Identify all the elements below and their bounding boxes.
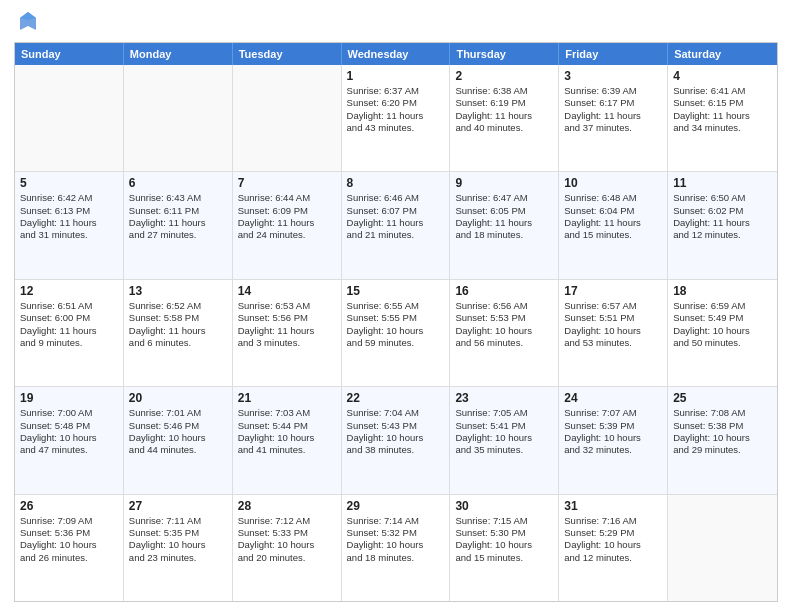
- day-number: 12: [20, 284, 118, 298]
- calendar-row-2: 12Sunrise: 6:51 AMSunset: 6:00 PMDayligh…: [15, 279, 777, 386]
- cell-info-line: Sunrise: 6:55 AM: [347, 300, 445, 312]
- day-cell-empty-4-6: [668, 495, 777, 601]
- day-cell-1: 1Sunrise: 6:37 AMSunset: 6:20 PMDaylight…: [342, 65, 451, 171]
- calendar-header: SundayMondayTuesdayWednesdayThursdayFrid…: [15, 43, 777, 65]
- cell-info-line: Daylight: 11 hours: [347, 217, 445, 229]
- cell-info-line: and 24 minutes.: [238, 229, 336, 241]
- cell-info-line: and 34 minutes.: [673, 122, 772, 134]
- cell-info-line: Daylight: 11 hours: [564, 217, 662, 229]
- cell-info-line: Sunrise: 6:38 AM: [455, 85, 553, 97]
- cell-info-line: and 3 minutes.: [238, 337, 336, 349]
- cell-info-line: and 31 minutes.: [20, 229, 118, 241]
- cell-info-line: and 47 minutes.: [20, 444, 118, 456]
- cell-info-line: Sunset: 5:55 PM: [347, 312, 445, 324]
- day-cell-25: 25Sunrise: 7:08 AMSunset: 5:38 PMDayligh…: [668, 387, 777, 493]
- header-day-tuesday: Tuesday: [233, 43, 342, 65]
- cell-info-line: and 43 minutes.: [347, 122, 445, 134]
- day-cell-8: 8Sunrise: 6:46 AMSunset: 6:07 PMDaylight…: [342, 172, 451, 278]
- cell-info-line: Daylight: 11 hours: [20, 217, 118, 229]
- cell-info-line: Daylight: 10 hours: [455, 325, 553, 337]
- cell-info-line: Sunset: 5:53 PM: [455, 312, 553, 324]
- cell-info-line: Sunset: 5:35 PM: [129, 527, 227, 539]
- header-day-saturday: Saturday: [668, 43, 777, 65]
- cell-info-line: Daylight: 11 hours: [673, 217, 772, 229]
- cell-info-line: Sunrise: 6:53 AM: [238, 300, 336, 312]
- day-number: 30: [455, 499, 553, 513]
- cell-info-line: Daylight: 11 hours: [129, 325, 227, 337]
- cell-info-line: Daylight: 10 hours: [673, 325, 772, 337]
- cell-info-line: and 32 minutes.: [564, 444, 662, 456]
- cell-info-line: Sunrise: 6:56 AM: [455, 300, 553, 312]
- day-number: 18: [673, 284, 772, 298]
- header-day-sunday: Sunday: [15, 43, 124, 65]
- day-number: 5: [20, 176, 118, 190]
- cell-info-line: Sunset: 5:36 PM: [20, 527, 118, 539]
- cell-info-line: and 35 minutes.: [455, 444, 553, 456]
- cell-info-line: Sunrise: 7:04 AM: [347, 407, 445, 419]
- cell-info-line: and 20 minutes.: [238, 552, 336, 564]
- cell-info-line: Sunrise: 7:15 AM: [455, 515, 553, 527]
- cell-info-line: Sunrise: 7:09 AM: [20, 515, 118, 527]
- cell-info-line: Sunset: 5:38 PM: [673, 420, 772, 432]
- cell-info-line: Sunset: 5:51 PM: [564, 312, 662, 324]
- cell-info-line: Sunset: 5:49 PM: [673, 312, 772, 324]
- day-number: 16: [455, 284, 553, 298]
- cell-info-line: Sunset: 6:11 PM: [129, 205, 227, 217]
- cell-info-line: Daylight: 11 hours: [564, 110, 662, 122]
- cell-info-line: Daylight: 11 hours: [238, 217, 336, 229]
- calendar-row-0: 1Sunrise: 6:37 AMSunset: 6:20 PMDaylight…: [15, 65, 777, 171]
- cell-info-line: Sunset: 6:19 PM: [455, 97, 553, 109]
- header: [14, 10, 778, 34]
- day-number: 23: [455, 391, 553, 405]
- cell-info-line: Sunset: 5:56 PM: [238, 312, 336, 324]
- day-cell-12: 12Sunrise: 6:51 AMSunset: 6:00 PMDayligh…: [15, 280, 124, 386]
- cell-info-line: Sunset: 5:39 PM: [564, 420, 662, 432]
- day-cell-7: 7Sunrise: 6:44 AMSunset: 6:09 PMDaylight…: [233, 172, 342, 278]
- day-number: 3: [564, 69, 662, 83]
- cell-info-line: Sunset: 6:00 PM: [20, 312, 118, 324]
- day-cell-5: 5Sunrise: 6:42 AMSunset: 6:13 PMDaylight…: [15, 172, 124, 278]
- cell-info-line: Sunset: 5:44 PM: [238, 420, 336, 432]
- cell-info-line: and 44 minutes.: [129, 444, 227, 456]
- cell-info-line: Daylight: 11 hours: [238, 325, 336, 337]
- cell-info-line: Sunrise: 6:39 AM: [564, 85, 662, 97]
- day-cell-14: 14Sunrise: 6:53 AMSunset: 5:56 PMDayligh…: [233, 280, 342, 386]
- cell-info-line: Daylight: 10 hours: [347, 325, 445, 337]
- day-number: 10: [564, 176, 662, 190]
- cell-info-line: and 21 minutes.: [347, 229, 445, 241]
- day-cell-3: 3Sunrise: 6:39 AMSunset: 6:17 PMDaylight…: [559, 65, 668, 171]
- cell-info-line: Sunset: 6:13 PM: [20, 205, 118, 217]
- cell-info-line: Daylight: 10 hours: [455, 539, 553, 551]
- day-number: 24: [564, 391, 662, 405]
- day-cell-13: 13Sunrise: 6:52 AMSunset: 5:58 PMDayligh…: [124, 280, 233, 386]
- day-number: 20: [129, 391, 227, 405]
- cell-info-line: Daylight: 10 hours: [129, 539, 227, 551]
- cell-info-line: Sunrise: 7:14 AM: [347, 515, 445, 527]
- cell-info-line: and 50 minutes.: [673, 337, 772, 349]
- cell-info-line: Sunrise: 7:12 AM: [238, 515, 336, 527]
- day-number: 25: [673, 391, 772, 405]
- day-number: 28: [238, 499, 336, 513]
- cell-info-line: and 15 minutes.: [455, 552, 553, 564]
- cell-info-line: and 56 minutes.: [455, 337, 553, 349]
- cell-info-line: Daylight: 10 hours: [673, 432, 772, 444]
- cell-info-line: and 37 minutes.: [564, 122, 662, 134]
- day-number: 14: [238, 284, 336, 298]
- cell-info-line: Daylight: 10 hours: [238, 539, 336, 551]
- cell-info-line: and 12 minutes.: [673, 229, 772, 241]
- cell-info-line: Sunrise: 7:11 AM: [129, 515, 227, 527]
- day-number: 13: [129, 284, 227, 298]
- cell-info-line: and 6 minutes.: [129, 337, 227, 349]
- day-number: 9: [455, 176, 553, 190]
- cell-info-line: Sunset: 6:02 PM: [673, 205, 772, 217]
- cell-info-line: Daylight: 10 hours: [564, 325, 662, 337]
- cell-info-line: Sunrise: 7:01 AM: [129, 407, 227, 419]
- day-number: 26: [20, 499, 118, 513]
- cell-info-line: and 38 minutes.: [347, 444, 445, 456]
- cell-info-line: and 9 minutes.: [20, 337, 118, 349]
- day-cell-18: 18Sunrise: 6:59 AMSunset: 5:49 PMDayligh…: [668, 280, 777, 386]
- cell-info-line: and 41 minutes.: [238, 444, 336, 456]
- cell-info-line: and 26 minutes.: [20, 552, 118, 564]
- day-cell-27: 27Sunrise: 7:11 AMSunset: 5:35 PMDayligh…: [124, 495, 233, 601]
- cell-info-line: and 15 minutes.: [564, 229, 662, 241]
